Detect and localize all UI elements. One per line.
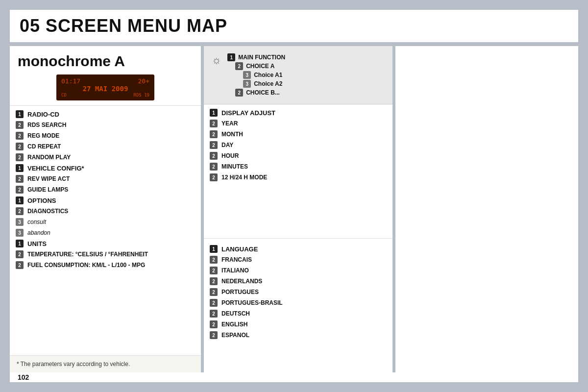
badge: 2: [210, 141, 218, 149]
menu-label: DISPLAY ADJUST: [221, 109, 275, 117]
footnote: * The parameters vary according to vehic…: [10, 355, 201, 372]
list-item: 2REV WIPE ACT: [10, 173, 201, 184]
display-bottom-left: CD: [61, 93, 67, 98]
list-item: 2RANDOM PLAY: [10, 152, 201, 163]
list-item: 2REG MODE: [10, 130, 201, 141]
list-item: 2ITALIANO: [204, 265, 392, 276]
nav-tree-item: 3Choice A1: [227, 71, 285, 79]
chapter-title: 05 SCREEN MENU MAP: [20, 16, 568, 36]
menu-label: NEDERLANDS: [221, 278, 262, 285]
badge: 2: [16, 121, 24, 129]
menu-label: DEUTSCH: [221, 310, 250, 317]
badge: 2: [235, 62, 243, 70]
menu-label: PORTUGUES-BRASIL: [221, 299, 283, 306]
nav-diagram: ☼ 1MAIN FUNCTION2CHOICE A3Choice A13Choi…: [204, 46, 392, 104]
menu-label: HOUR: [221, 152, 239, 159]
list-item: 1UNITS: [10, 238, 201, 249]
list-item: 2NEDERLANDS: [204, 276, 392, 287]
badge: 2: [210, 163, 218, 171]
badge: 2: [210, 320, 218, 328]
badge: 2: [210, 331, 218, 339]
badge: 1: [227, 53, 235, 61]
menu-label: RANDOM PLAY: [27, 154, 71, 161]
list-item: 2YEAR: [204, 118, 392, 129]
list-item: 2MONTH: [204, 129, 392, 140]
badge: 2: [16, 143, 24, 150]
badge: 2: [210, 130, 218, 138]
list-item: 212 H/24 H MODE: [204, 172, 392, 183]
monochrome-title: monochrome A: [18, 53, 193, 70]
nav-tree-item: 1MAIN FUNCTION: [227, 53, 285, 62]
menu-label: OPTIONS: [27, 197, 56, 204]
content-area: monochrome A 01:17 20+ 27 MAI 2009 CD RD…: [10, 46, 578, 372]
badge: 2: [16, 132, 24, 140]
badge: 3: [16, 229, 24, 237]
left-panel: monochrome A 01:17 20+ 27 MAI 2009 CD RD…: [10, 46, 201, 372]
list-item: 2PORTUGUES-BRASIL: [204, 297, 392, 308]
nav-label: Choice A2: [254, 80, 282, 87]
display-date: 27 MAI 2009: [61, 85, 149, 93]
display-box: 01:17 20+ 27 MAI 2009 CD RDS 19: [56, 74, 154, 100]
badge: 2: [16, 261, 24, 269]
section-divider: [204, 238, 392, 239]
monochrome-header: monochrome A 01:17 20+ 27 MAI 2009 CD RD…: [10, 46, 201, 106]
middle-menu-top: 1DISPLAY ADJUST2YEAR2MONTH2DAY2HOUR2MINU…: [204, 104, 392, 236]
list-item: 1VEHICLE CONFIG*: [10, 163, 201, 173]
badge: 1: [16, 196, 24, 204]
badge: 2: [210, 277, 218, 285]
list-item: 2DAY: [204, 140, 392, 150]
menu-label: RDS SEARCH: [27, 122, 66, 128]
menu-label: YEAR: [221, 120, 238, 127]
list-item: 3abandon: [10, 227, 201, 238]
badge: 2: [210, 267, 218, 274]
list-item: 1RADIO-CD: [10, 109, 201, 120]
nav-label: MAIN FUNCTION: [238, 54, 285, 61]
menu-label: CD REPEAT: [27, 143, 61, 150]
sun-icon: ☼: [212, 54, 221, 67]
list-item: 2FUEL CONSUMPTION: KM/L - L/100 - MPG: [10, 260, 201, 270]
list-item: 1OPTIONS: [10, 195, 201, 206]
badge: 2: [210, 256, 218, 264]
list-item: 2CD REPEAT: [10, 141, 201, 152]
badge: 3: [16, 218, 24, 226]
badge: 2: [210, 120, 218, 127]
badge: 1: [16, 110, 24, 118]
nav-tree: 1MAIN FUNCTION2CHOICE A3Choice A13Choice…: [227, 53, 285, 97]
badge: 1: [210, 245, 218, 253]
page-container: 05 SCREEN MENU MAP monochrome A 01:17 20…: [0, 0, 588, 392]
badge: 3: [243, 71, 251, 79]
badge: 3: [243, 80, 251, 88]
menu-label: REG MODE: [27, 132, 59, 139]
display-bottom: CD RDS 19: [61, 93, 149, 98]
display-bottom-right: RDS 19: [133, 93, 149, 98]
menu-label: MONTH: [221, 131, 243, 138]
nav-label: Choice A1: [254, 72, 282, 78]
list-item: 2TEMPERATURE: °CELSIUS / °FAHRENHEIT: [10, 249, 201, 260]
list-item: 2DEUTSCH: [204, 308, 392, 319]
badge: 2: [16, 207, 24, 215]
menu-label: REV WIPE ACT: [27, 175, 70, 182]
right-panel: [395, 46, 578, 372]
list-item: 2HOUR: [204, 150, 392, 161]
nav-label: CHOICE A: [246, 63, 274, 70]
badge: 2: [210, 310, 218, 318]
menu-label: consult: [27, 219, 46, 225]
badge: 2: [16, 175, 24, 183]
left-menu-items: 1RADIO-CD2RDS SEARCH2REG MODE2CD REPEAT2…: [10, 106, 201, 355]
nav-tree-item: 2CHOICE A: [227, 62, 285, 71]
menu-label: UNITS: [27, 240, 47, 247]
menu-label: ESPANOL: [221, 332, 249, 339]
list-item: 2MINUTES: [204, 161, 392, 172]
menu-label: MINUTES: [221, 163, 248, 170]
badge: 2: [16, 186, 24, 194]
title-bar: 05 SCREEN MENU MAP: [10, 10, 578, 42]
list-item: 3consult: [10, 217, 201, 227]
list-item: 2ENGLISH: [204, 319, 392, 330]
badge: 2: [16, 250, 24, 258]
badge: 2: [16, 153, 24, 161]
badge: 1: [210, 109, 218, 117]
menu-label: TEMPERATURE: °CELSIUS / °FAHRENHEIT: [27, 251, 148, 258]
badge: 2: [210, 288, 218, 296]
display-time-left: 01:17: [61, 77, 80, 85]
list-item: 2DIAGNOSTICS: [10, 206, 201, 217]
